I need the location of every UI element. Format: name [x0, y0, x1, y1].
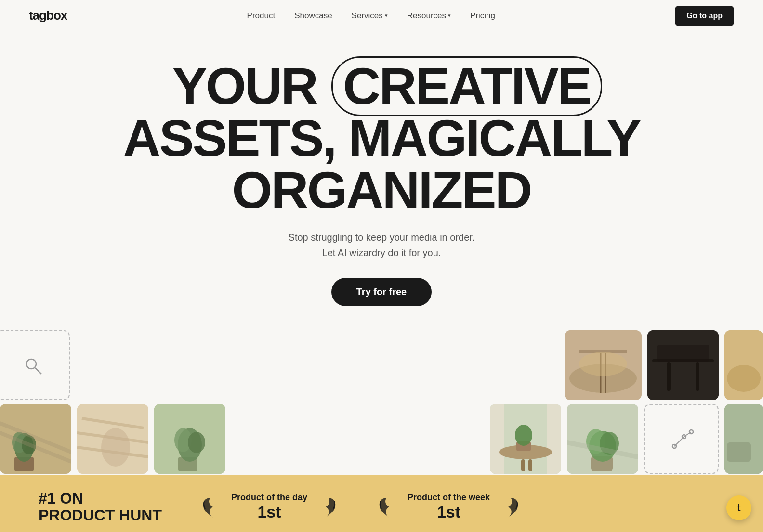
- gallery-image-3: [724, 330, 763, 400]
- svg-point-26: [101, 428, 130, 467]
- svg-rect-10: [667, 362, 671, 391]
- svg-point-7: [579, 352, 627, 376]
- svg-rect-12: [657, 345, 709, 362]
- gallery-image-8: [567, 404, 638, 474]
- gallery-image-5: [77, 404, 148, 474]
- svg-point-19: [22, 435, 36, 454]
- product-hunt-label: #1 ON PRODUCT HUNT: [39, 490, 162, 524]
- product-of-day-text: Product of the day 1st: [231, 493, 307, 521]
- search-icon: [22, 355, 43, 376]
- product-of-week-text: Product of the week 1st: [408, 493, 490, 521]
- nav-showcase[interactable]: Showcase: [294, 11, 332, 21]
- svg-rect-9: [652, 359, 714, 362]
- gallery-image-9: [724, 404, 763, 474]
- svg-rect-52: [727, 442, 751, 462]
- awards-banner: #1 ON PRODUCT HUNT Product of the day 1s…: [0, 475, 763, 532]
- svg-line-49: [674, 437, 684, 446]
- svg-rect-34: [547, 404, 561, 474]
- nav-resources[interactable]: Resources ▾: [407, 11, 451, 21]
- chat-bubble-button[interactable]: t: [726, 495, 751, 520]
- svg-rect-37: [528, 459, 532, 471]
- nav-links: Product Showcase Services ▾ Resources ▾ …: [247, 11, 495, 21]
- hero-section: YOUR CREATIVE ASSETS, MAGICALLY ORGANIZE…: [0, 31, 763, 316]
- product-of-week-badge: Product of the week 1st: [377, 493, 521, 521]
- svg-rect-22: [77, 404, 148, 474]
- laurel-left-icon: [200, 494, 225, 519]
- laurel-week-left-icon: [377, 494, 402, 519]
- svg-line-21: [0, 423, 71, 452]
- nav-pricing[interactable]: Pricing: [470, 11, 495, 21]
- svg-rect-16: [14, 457, 34, 471]
- nav-product[interactable]: Product: [247, 11, 276, 21]
- gallery-image-6: [154, 404, 225, 474]
- svg-point-29: [178, 428, 202, 462]
- svg-rect-13: [724, 330, 763, 400]
- svg-point-44: [600, 432, 619, 455]
- hero-title-line2: ASSETS, MAGICALLY: [123, 109, 640, 167]
- nav-services[interactable]: Services ▾: [352, 11, 388, 21]
- svg-line-25: [77, 447, 148, 457]
- chevron-down-icon: ▾: [385, 13, 388, 19]
- svg-rect-40: [567, 404, 638, 474]
- hero-subtitle: Stop struggling to keep your media in or…: [19, 230, 744, 260]
- gallery-image-1: [565, 330, 642, 400]
- svg-point-42: [589, 431, 616, 462]
- svg-point-31: [188, 432, 205, 453]
- try-for-free-button[interactable]: Try for free: [331, 278, 432, 306]
- hero-title: YOUR CREATIVE ASSETS, MAGICALLY ORGANIZE…: [19, 60, 744, 216]
- svg-point-14: [727, 365, 761, 392]
- go-to-app-button[interactable]: Go to app: [675, 6, 734, 26]
- svg-point-39: [515, 425, 532, 446]
- svg-line-45: [567, 442, 638, 457]
- svg-point-43: [586, 429, 605, 454]
- svg-rect-33: [490, 404, 504, 474]
- laurel-right-icon: [313, 494, 338, 519]
- chevron-down-icon: ▾: [448, 13, 451, 19]
- svg-point-0: [26, 359, 36, 369]
- svg-point-18: [12, 432, 26, 453]
- hero-highlight: CREATIVE: [343, 60, 591, 112]
- graph-placeholder: [644, 404, 719, 474]
- navbar: tagbox Product Showcase Services ▾ Resou…: [0, 0, 763, 31]
- logo[interactable]: tagbox: [29, 8, 67, 23]
- svg-line-50: [684, 432, 691, 437]
- svg-point-17: [14, 433, 34, 462]
- svg-line-23: [82, 418, 144, 428]
- svg-rect-2: [565, 330, 642, 400]
- laurel-week-right-icon: [496, 494, 521, 519]
- graph-icon: [670, 427, 694, 451]
- svg-line-24: [77, 433, 148, 442]
- gallery-image-2: [647, 330, 719, 400]
- svg-line-1: [35, 368, 41, 374]
- gallery-image-4: [0, 404, 71, 474]
- svg-rect-38: [516, 441, 531, 451]
- svg-rect-32: [490, 404, 561, 474]
- svg-point-3: [569, 364, 637, 393]
- svg-rect-36: [521, 459, 525, 471]
- hero-title-line3: ORGANIZED: [232, 161, 531, 219]
- product-of-day-badge: Product of the day 1st: [200, 493, 338, 521]
- svg-point-35: [499, 445, 552, 459]
- svg-rect-41: [591, 456, 613, 471]
- search-placeholder: [0, 330, 70, 400]
- svg-line-20: [0, 433, 71, 462]
- svg-rect-28: [178, 457, 197, 471]
- image-gallery: [0, 330, 763, 475]
- svg-rect-15: [0, 404, 71, 474]
- gallery-image-7: [490, 404, 561, 474]
- svg-rect-4: [579, 350, 627, 353]
- svg-point-30: [174, 428, 192, 452]
- svg-rect-27: [154, 404, 225, 474]
- svg-rect-8: [647, 330, 719, 400]
- hero-title-line1: YOUR CREATIVE: [172, 57, 591, 115]
- svg-rect-51: [724, 404, 763, 474]
- svg-rect-11: [696, 362, 699, 391]
